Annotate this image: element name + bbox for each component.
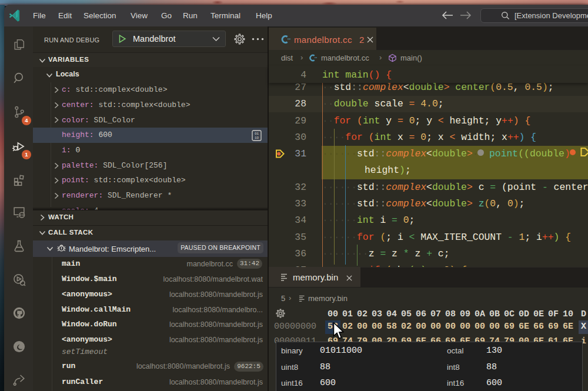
svg-text:10: 10 (255, 136, 259, 140)
svg-text:01: 01 (255, 132, 259, 136)
